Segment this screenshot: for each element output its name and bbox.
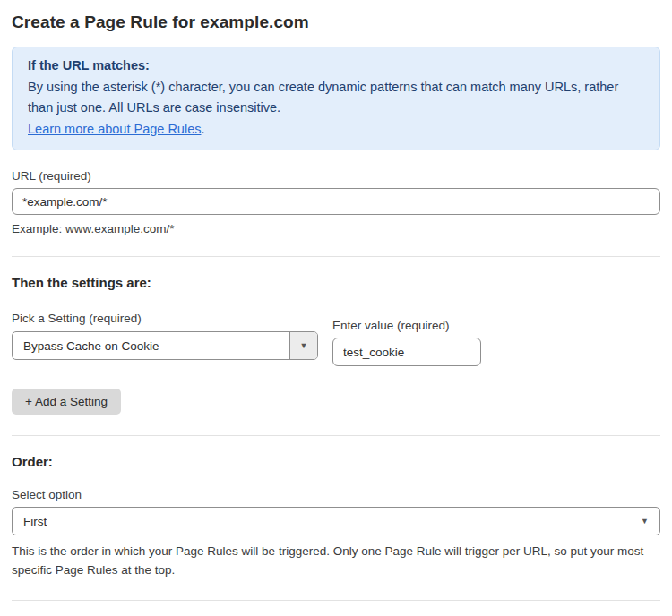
setting-value-column: Enter value (required) bbox=[332, 319, 481, 366]
url-input[interactable] bbox=[12, 188, 660, 215]
setting-picker-column: Pick a Setting (required) Bypass Cache o… bbox=[12, 312, 318, 360]
page-title: Create a Page Rule for example.com bbox=[12, 0, 660, 32]
url-field-hint: Example: www.example.com/* bbox=[12, 222, 660, 235]
url-match-info-box: If the URL matches: By using the asteris… bbox=[12, 47, 660, 150]
order-select-value: First bbox=[23, 515, 641, 528]
setting-picker-dropdown[interactable]: Bypass Cache on Cookie ▼ bbox=[12, 331, 318, 360]
setting-value-input[interactable] bbox=[332, 338, 481, 366]
divider bbox=[12, 600, 660, 601]
setting-picker-label: Pick a Setting (required) bbox=[12, 312, 318, 325]
info-box-heading: If the URL matches: bbox=[28, 56, 644, 77]
learn-more-link[interactable]: Learn more about Page Rules bbox=[28, 122, 201, 136]
url-field-label: URL (required) bbox=[12, 169, 660, 183]
create-page-rule-form: Create a Page Rule for example.com If th… bbox=[0, 0, 672, 616]
settings-row: Pick a Setting (required) Bypass Cache o… bbox=[12, 312, 660, 366]
setting-picker-arrow-box[interactable]: ▼ bbox=[289, 332, 317, 359]
info-box-link-line: Learn more about Page Rules. bbox=[28, 119, 644, 141]
info-box-body: By using the asterisk (*) character, you… bbox=[28, 77, 644, 119]
chevron-down-icon: ▼ bbox=[300, 342, 308, 350]
chevron-down-icon: ▼ bbox=[641, 518, 649, 526]
order-select-label: Select option bbox=[12, 488, 660, 501]
settings-section-heading: Then the settings are: bbox=[12, 257, 660, 290]
order-help-text: This is the order in which your Page Rul… bbox=[12, 542, 660, 579]
add-setting-button[interactable]: + Add a Setting bbox=[12, 389, 121, 415]
order-select[interactable]: First ▼ bbox=[12, 507, 660, 535]
link-suffix: . bbox=[201, 122, 204, 136]
setting-value-label: Enter value (required) bbox=[332, 319, 481, 332]
order-section-heading: Order: bbox=[12, 436, 660, 469]
setting-picker-value: Bypass Cache on Cookie bbox=[13, 332, 289, 359]
